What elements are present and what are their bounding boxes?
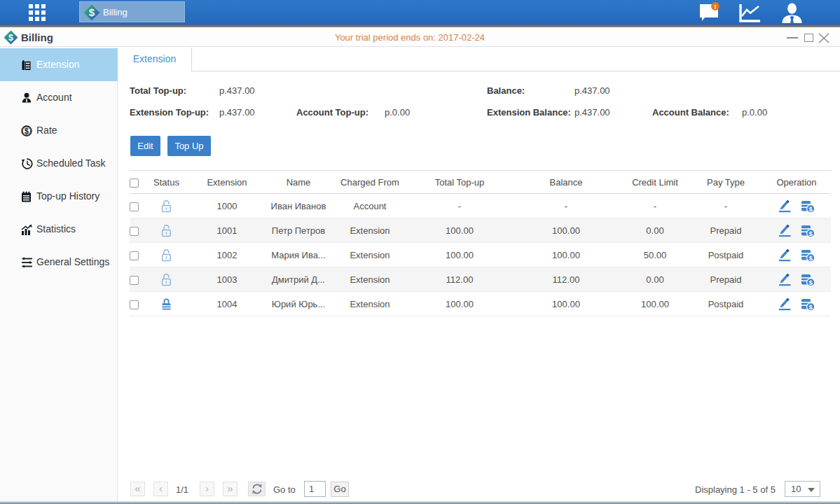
svg-text:$: $ xyxy=(8,33,13,43)
svg-text:$: $ xyxy=(89,6,95,18)
svg-text:$: $ xyxy=(25,127,29,135)
svg-text:!: ! xyxy=(715,4,717,10)
